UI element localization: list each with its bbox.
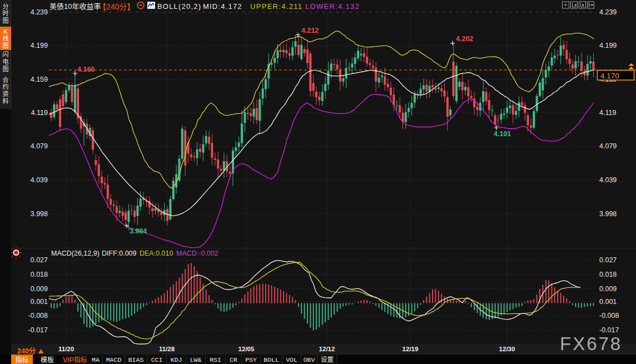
svg-text:4.239: 4.239 xyxy=(599,6,617,17)
svg-text:FX678: FX678 xyxy=(560,329,622,356)
svg-text:11/20: 11/20 xyxy=(58,344,74,353)
svg-text:12/30: 12/30 xyxy=(499,344,515,353)
svg-text:MACD:-0.002: MACD:-0.002 xyxy=(176,247,218,258)
svg-text:4.101: 4.101 xyxy=(494,128,511,138)
svg-text:UPPER:4.211: UPPER:4.211 xyxy=(250,1,302,11)
svg-text:-0.017: -0.017 xyxy=(28,324,48,335)
svg-text:3.998: 3.998 xyxy=(31,208,48,218)
svg-text:MID:4.172: MID:4.172 xyxy=(203,1,242,11)
svg-text:0.027: 0.027 xyxy=(31,254,48,265)
svg-text:0.009: 0.009 xyxy=(599,283,617,293)
svg-text:3.998: 3.998 xyxy=(599,208,617,218)
svg-text:4.166: 4.166 xyxy=(77,63,95,74)
svg-text:MACD(26,12,9): MACD(26,12,9) xyxy=(51,247,100,258)
svg-text:0.018: 0.018 xyxy=(31,268,48,279)
svg-text:4.039: 4.039 xyxy=(31,174,48,185)
svg-text:12/12: 12/12 xyxy=(319,344,335,353)
svg-text:4.119: 4.119 xyxy=(599,107,616,117)
svg-text:0.001: 0.001 xyxy=(31,296,48,306)
svg-text:4.239: 4.239 xyxy=(31,6,48,17)
svg-text:-0.008: -0.008 xyxy=(599,310,619,320)
svg-text:4.199: 4.199 xyxy=(599,39,617,50)
svg-text:4.079: 4.079 xyxy=(599,140,617,151)
svg-text:3.984: 3.984 xyxy=(130,225,147,236)
svg-text:4.170: 4.170 xyxy=(600,69,619,81)
svg-text:0.027: 0.027 xyxy=(599,254,617,265)
svg-text:12/19: 12/19 xyxy=(403,344,419,353)
svg-text:4.119: 4.119 xyxy=(31,107,48,117)
svg-text:4.159: 4.159 xyxy=(31,73,48,84)
svg-text:0.001: 0.001 xyxy=(599,296,617,306)
svg-text:DEA:0.010: DEA:0.010 xyxy=(140,247,173,258)
svg-text:LOWER:4.132: LOWER:4.132 xyxy=(305,1,360,11)
svg-text:BOLL(20,2): BOLL(20,2) xyxy=(157,1,201,11)
svg-text:4.039: 4.039 xyxy=(599,174,617,185)
svg-text:【240分】: 【240分】 xyxy=(98,1,135,12)
svg-text:美债10年收益率: 美债10年收益率 xyxy=(49,1,101,11)
svg-text:4.212: 4.212 xyxy=(301,24,319,35)
svg-text:0.009: 0.009 xyxy=(31,283,48,293)
svg-text:0.018: 0.018 xyxy=(599,268,617,279)
svg-text:4.079: 4.079 xyxy=(31,140,48,151)
svg-text:4.199: 4.199 xyxy=(31,39,48,50)
svg-text:-0.008: -0.008 xyxy=(28,310,48,320)
svg-text:11/28: 11/28 xyxy=(159,344,175,353)
svg-text:4.202: 4.202 xyxy=(456,33,473,43)
svg-text:12/05: 12/05 xyxy=(238,344,255,353)
svg-text:DIFF:0.009: DIFF:0.009 xyxy=(102,247,137,258)
